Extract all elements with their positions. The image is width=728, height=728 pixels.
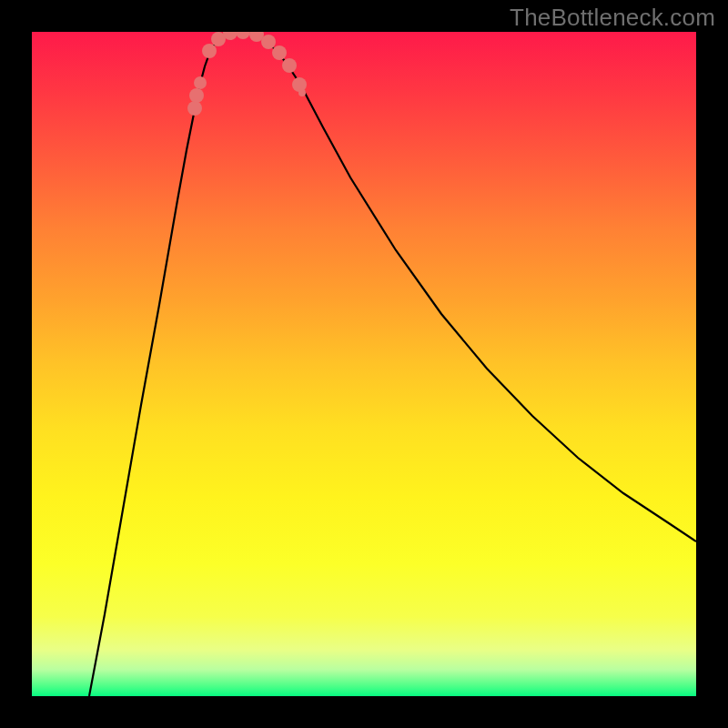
highlight-marker — [292, 77, 307, 92]
highlight-marker — [187, 101, 202, 116]
highlight-marker — [282, 58, 297, 73]
left-branch-line — [89, 32, 241, 696]
highlight-marker — [298, 89, 306, 96]
chart-container: TheBottleneck.com — [0, 0, 728, 728]
marker-group — [187, 32, 307, 116]
highlight-marker — [236, 32, 250, 39]
highlight-marker — [189, 88, 204, 103]
watermark-text: TheBottleneck.com — [510, 4, 715, 32]
highlight-marker — [194, 76, 207, 89]
highlight-marker — [261, 35, 276, 49]
right-branch-line — [241, 32, 696, 541]
highlight-marker — [272, 46, 287, 60]
plot-area — [32, 32, 696, 696]
highlight-marker — [202, 44, 217, 58]
curve-layer — [32, 32, 696, 696]
